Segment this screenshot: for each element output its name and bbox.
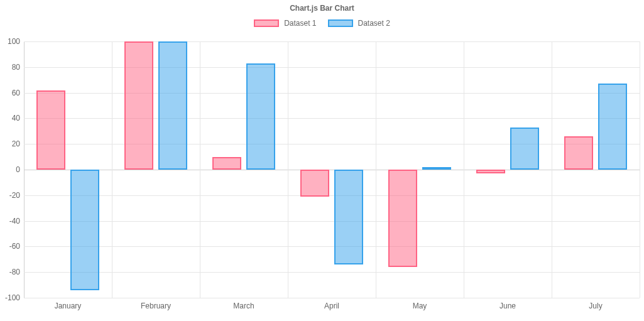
- y-axis-tick-label: -40: [9, 217, 20, 226]
- bar-dataset-2-march[interactable]: [246, 63, 275, 170]
- y-gridline: [24, 298, 640, 298]
- y-axis-tick-label: 40: [12, 114, 20, 122]
- x-gridline: [464, 41, 464, 298]
- x-axis-tick-label: February: [141, 302, 171, 310]
- bar-dataset-2-february[interactable]: [158, 41, 187, 170]
- bar-dataset-2-january[interactable]: [70, 170, 99, 290]
- bar-dataset-1-february[interactable]: [124, 41, 153, 170]
- x-axis-tick-label: May: [413, 302, 427, 310]
- y-axis-tick-label: 20: [12, 139, 20, 148]
- x-axis-tick-label: January: [55, 302, 82, 310]
- x-axis-tick-label: March: [233, 302, 254, 310]
- x-gridline: [552, 41, 552, 298]
- chart-title: Chart.js Bar Chart: [0, 0, 644, 13]
- bar-dataset-2-april[interactable]: [334, 170, 363, 264]
- bar-dataset-2-july[interactable]: [598, 84, 627, 170]
- x-gridline: [200, 41, 200, 298]
- legend-label: Dataset 1: [284, 19, 316, 28]
- legend-item-dataset-1[interactable]: Dataset 1: [254, 19, 316, 28]
- y-gridline: [24, 41, 640, 42]
- bar-dataset-1-april[interactable]: [300, 170, 329, 197]
- y-axis-tick-label: -100: [5, 293, 20, 302]
- bar-dataset-1-january[interactable]: [36, 90, 65, 170]
- bar-dataset-1-july[interactable]: [564, 136, 593, 170]
- y-axis-tick-label: 80: [12, 63, 20, 72]
- y-gridline: [24, 170, 640, 170]
- plot-area: -100-80-60-40-20020406080100JanuaryFebru…: [24, 41, 640, 298]
- y-axis-tick-label: 0: [16, 165, 20, 174]
- y-gridline: [24, 246, 640, 247]
- bar-dataset-1-march[interactable]: [212, 157, 241, 170]
- y-axis-tick-label: 100: [8, 37, 20, 46]
- x-gridline: [288, 41, 288, 298]
- bar-dataset-2-june[interactable]: [510, 128, 539, 170]
- chart-legend: Dataset 1 Dataset 2: [0, 19, 644, 28]
- x-gridline: [376, 41, 376, 298]
- bar-dataset-1-june[interactable]: [476, 170, 505, 173]
- y-gridline: [24, 118, 640, 119]
- y-axis-tick-label: 60: [12, 89, 20, 97]
- legend-label: Dataset 2: [358, 19, 390, 28]
- bar-dataset-1-may[interactable]: [388, 170, 417, 267]
- y-gridline: [24, 67, 640, 68]
- legend-item-dataset-2[interactable]: Dataset 2: [328, 19, 390, 28]
- y-axis-tick-label: -60: [9, 242, 20, 251]
- y-axis-tick-label: -20: [9, 191, 20, 200]
- legend-swatch-dataset-1: [254, 19, 279, 27]
- x-axis-tick-label: July: [589, 302, 602, 310]
- y-gridline: [24, 93, 640, 94]
- y-gridline: [24, 144, 640, 144]
- bar-dataset-2-may[interactable]: [422, 167, 451, 170]
- x-axis-tick-label: April: [324, 302, 339, 310]
- x-gridline: [112, 41, 112, 298]
- x-gridline: [640, 41, 640, 298]
- y-axis-tick-label: -80: [9, 268, 20, 276]
- y-gridline: [24, 272, 640, 273]
- x-axis-tick-label: June: [499, 302, 516, 310]
- legend-swatch-dataset-2: [328, 19, 353, 27]
- y-gridline: [24, 195, 640, 196]
- chart-container: Chart.js Bar Chart Dataset 1 Dataset 2 -…: [0, 0, 644, 321]
- y-gridline: [24, 221, 640, 222]
